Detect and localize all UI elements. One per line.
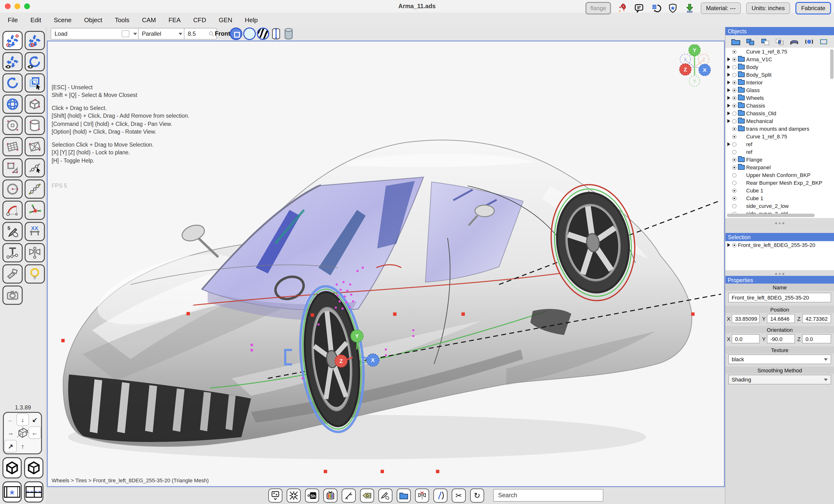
spray-count-tool-button[interactable]: 5 — [2, 222, 23, 241]
scissors-button[interactable]: ✂ — [452, 488, 466, 503]
disclosure-arrow-icon[interactable] — [727, 243, 731, 247]
camera-tool-button[interactable] — [2, 285, 23, 305]
text-path-tool-button[interactable] — [2, 243, 23, 262]
surface-icon[interactable] — [790, 38, 799, 45]
properties-panel-header[interactable]: Properties — [725, 276, 834, 284]
tree-item[interactable]: Glass — [725, 86, 834, 94]
position-x-input[interactable] — [732, 314, 760, 323]
rotate-view-tool-button[interactable] — [25, 52, 45, 71]
menu-item[interactable]: CFD — [193, 16, 206, 23]
menu-item[interactable]: GEN — [219, 16, 232, 23]
texture-preview-button[interactable] — [323, 488, 337, 503]
visibility-icon[interactable] — [732, 96, 737, 100]
tree-item[interactable]: Curve 1_ref_8.75 — [725, 133, 834, 140]
polygon-tool-button[interactable] — [2, 158, 23, 178]
circle-tool-button[interactable] — [2, 179, 23, 199]
pattern-menu-button[interactable] — [268, 488, 282, 503]
download-icon[interactable] — [684, 2, 696, 14]
tree-item[interactable]: Rearpanel — [725, 163, 834, 171]
disclosure-arrow-icon[interactable] — [727, 111, 731, 115]
disclosure-arrow-icon[interactable] — [727, 65, 731, 69]
visibility-icon[interactable] — [732, 196, 737, 200]
grid-plane-tool-button[interactable] — [2, 137, 23, 156]
rotate-tool-button[interactable] — [2, 73, 23, 93]
nav-left-button[interactable]: ← — [4, 413, 17, 426]
tree-item[interactable]: Rear Bumper Mesh Exp_2_BKP — [725, 179, 834, 187]
nav-up-button[interactable]: ↑ — [16, 440, 29, 452]
viewport-3d[interactable]: Y Z X — [47, 41, 725, 487]
menu-item[interactable]: Tools — [115, 16, 130, 23]
visibility-icon[interactable] — [732, 142, 737, 146]
zebra-analysis-button[interactable] — [257, 27, 269, 40]
tree-item[interactable]: Arma_V1C — [725, 55, 834, 63]
visibility-icon[interactable] — [732, 119, 737, 123]
menu-item[interactable]: Object — [84, 16, 102, 23]
nav-up-right-button[interactable]: ↗ — [4, 440, 17, 452]
nav-left2-button[interactable]: ← — [28, 426, 41, 439]
tree-item[interactable]: Cube 1 — [725, 194, 834, 202]
iso-view-alt-button[interactable] — [24, 457, 43, 478]
position-z-input[interactable] — [802, 314, 831, 323]
quad-view-button[interactable]: ★★★★ — [24, 481, 43, 503]
tree-item[interactable]: Interior — [725, 78, 834, 86]
curve-edit-button[interactable] — [433, 488, 447, 503]
collapse-center-button[interactable] — [287, 488, 301, 503]
visibility-icon[interactable] — [732, 173, 737, 177]
orientation-z-input[interactable] — [802, 334, 831, 343]
boolean-subtract-icon[interactable] — [761, 38, 770, 45]
projection-dropdown[interactable]: Parallel — [138, 28, 186, 40]
name-input[interactable] — [728, 293, 831, 302]
visibility-icon[interactable] — [732, 73, 737, 77]
curve-tool-button[interactable] — [25, 179, 45, 199]
selection-item[interactable]: Front_tire_left_8DEG_255-35-20 — [725, 241, 834, 249]
folder-icon[interactable] — [731, 38, 740, 45]
arc-tool-button[interactable] — [2, 201, 23, 220]
tree-item[interactable]: Cube 1 — [725, 187, 834, 194]
nav-down-button[interactable]: ↓ — [16, 413, 29, 426]
cylinder-tool-button[interactable] — [25, 116, 45, 135]
tree-item[interactable]: trans mounts and dampers — [725, 125, 834, 133]
shield-star-icon[interactable] — [667, 2, 679, 14]
visibility-icon[interactable] — [732, 150, 737, 154]
tree-item[interactable]: ref — [725, 148, 834, 156]
fabricate-button[interactable]: Fabricate — [795, 2, 831, 15]
tree-item[interactable]: Body_Split — [725, 71, 834, 78]
move-tool-button[interactable] — [2, 31, 23, 50]
cube-tool-button[interactable] — [25, 94, 45, 114]
selection-panel-header[interactable]: Selection — [725, 233, 834, 241]
tree-item[interactable]: Upper Mesh Conform_BKP — [725, 171, 834, 179]
move-object-tool-button[interactable] — [25, 31, 45, 50]
disclosure-arrow-icon[interactable] — [727, 119, 731, 123]
mirror-cut-button[interactable] — [415, 488, 429, 503]
tree-item[interactable]: Wheels — [725, 94, 834, 102]
disclosure-arrow-icon[interactable] — [727, 58, 731, 61]
tree-vertical-scrollbar[interactable] — [830, 49, 834, 79]
plain-view-button[interactable] — [243, 27, 256, 40]
tree-item[interactable]: Curve 1_ref_8.75 — [725, 48, 834, 55]
visibility-icon[interactable] — [732, 158, 737, 162]
position-y-input[interactable] — [767, 314, 795, 323]
visibility-icon[interactable] — [732, 49, 737, 54]
visibility-icon[interactable] — [732, 181, 737, 185]
visibility-icon[interactable] — [732, 65, 737, 69]
visibility-icon[interactable] — [732, 111, 737, 115]
tree-horizontal-scrollbar[interactable] — [727, 214, 815, 217]
tree-item[interactable]: Chassis_Old — [725, 110, 834, 117]
search-input[interactable] — [493, 489, 603, 502]
disclosure-arrow-icon[interactable] — [727, 104, 731, 108]
tree-item[interactable]: Flange — [725, 156, 834, 163]
flange-button[interactable]: flange — [586, 2, 611, 15]
refresh-button[interactable]: ↻ — [470, 488, 484, 503]
disclosure-arrow-icon[interactable] — [727, 88, 731, 92]
spray-select-button[interactable] — [378, 488, 392, 503]
snap-line-button[interactable] — [342, 488, 356, 503]
disclosure-arrow-icon[interactable] — [727, 73, 731, 77]
shaded-view-button[interactable] — [230, 27, 242, 40]
visibility-icon[interactable] — [732, 188, 737, 193]
revolve-icon[interactable] — [805, 38, 814, 45]
load-dropdown[interactable]: Load — [51, 28, 140, 40]
disc-tool-button[interactable] — [2, 116, 23, 135]
axis-cylinder-button[interactable] — [271, 27, 281, 40]
edit-nodes-tool-button[interactable] — [25, 158, 45, 178]
triangle-plane-tool-button[interactable] — [25, 137, 45, 156]
